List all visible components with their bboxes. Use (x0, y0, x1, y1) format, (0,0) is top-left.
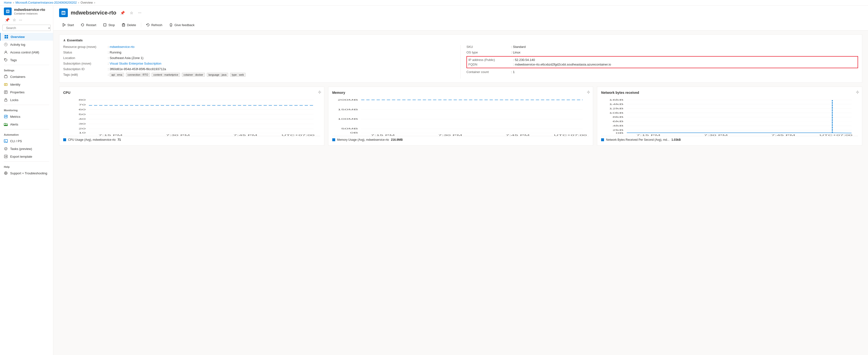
divider-monitoring (4, 105, 49, 105)
breadcrumb-current: Overview (81, 1, 93, 4)
svg-text:7:15 PM: 7:15 PM (371, 134, 395, 136)
stop-button[interactable]: Stop (100, 22, 118, 28)
title-more-btn[interactable]: ··· (137, 10, 142, 15)
svg-text:UTC+07:00: UTC+07:00 (282, 134, 315, 136)
title-pin-btn[interactable]: 📌 (119, 10, 126, 16)
os-label: OS type (466, 50, 510, 54)
svg-text:4kB: 4kB (613, 124, 624, 127)
tag-type: type : web (230, 73, 246, 77)
nav-access-control-label: Access control (IAM) (10, 50, 39, 54)
essentials-subscription-id-row: Subscription ID : 3f60d81e-954d-453f-85f… (63, 67, 455, 71)
svg-rect-5 (5, 35, 6, 37)
more-options-btn[interactable]: ··· (18, 17, 23, 23)
activity-log-icon (4, 42, 8, 46)
search-input[interactable] (6, 26, 47, 30)
svg-rect-6 (6, 35, 8, 37)
network-chart-svg: 16kB 14kB 12kB 10kB 8kB 6kB 4kB 2kB 0B (601, 98, 858, 136)
nav-cli-ps[interactable]: CLI / PS (0, 137, 53, 145)
container-count-label: Container count (466, 70, 510, 74)
svg-text:20: 20 (79, 127, 86, 130)
memory-chart-card: Memory ⊹ 200MB 150MB 100MB 50MB (328, 86, 593, 146)
svg-text:80: 80 (79, 98, 86, 101)
nav-identity-label: Identity (10, 83, 20, 86)
nav-metrics[interactable]: Metrics (0, 113, 53, 120)
essentials-tags-row: Tags (edit) : api : ema connection : RTO… (63, 73, 455, 77)
breadcrumb-sep2: › (78, 1, 79, 4)
location-value: Southeast Asia (Zone 1) (110, 56, 144, 60)
network-pin-button[interactable]: ⊹ (856, 90, 859, 94)
support-icon (4, 171, 8, 175)
svg-text:7:45 PM: 7:45 PM (506, 134, 530, 136)
essentials-status-row: Status : Running (63, 50, 455, 54)
ip-fqdn-inner: IP address (Public) : 52.230.54.140 FQDN… (468, 58, 856, 66)
breadcrumb-service[interactable]: Microsoft.ContainerInstances-20240606200… (16, 1, 77, 4)
svg-text:7:45 PM: 7:45 PM (234, 134, 257, 136)
refresh-button[interactable]: Refresh (143, 22, 165, 28)
page-resource-icon (59, 8, 68, 17)
nav-cli-label: CLI / PS (10, 139, 22, 143)
cpu-legend-text: CPU Usage (Avg), mdwebservice-rto (68, 138, 116, 141)
svg-text:7:30 PM: 7:30 PM (704, 134, 728, 136)
os-value: Linux (513, 50, 521, 54)
ip-label: IP address (Public) (468, 58, 512, 62)
overview-icon (4, 35, 8, 39)
tasks-icon (4, 147, 8, 151)
nav-locks[interactable]: Locks (0, 96, 53, 104)
cpu-pin-button[interactable]: ⊹ (318, 90, 321, 94)
essentials-fqdn-row: FQDN : mdwebservice-rto.e6cxbzd2fgd2cxbt… (468, 63, 856, 66)
nav-tags[interactable]: Tags (0, 56, 53, 64)
essentials-resource-group-row: Resource group (move) : mdwebservice-rto (63, 45, 455, 48)
nav-access-control[interactable]: Access control (IAM) (0, 48, 53, 56)
feedback-button[interactable]: Give feedback (166, 22, 197, 28)
delete-button[interactable]: Delete (119, 22, 139, 28)
tag-api: api : ema (110, 73, 124, 77)
nav-locks-label: Locks (10, 98, 19, 102)
start-button[interactable]: Start (59, 22, 77, 28)
page-title: mdwebservice-rto (71, 10, 116, 16)
search-collapse-btn[interactable]: « (48, 26, 50, 30)
help-section-label: Help (0, 163, 53, 169)
nav-activity-log[interactable]: Activity log (0, 41, 53, 48)
title-fav-btn[interactable]: ☆ (129, 10, 134, 16)
restart-button[interactable]: Restart (78, 22, 99, 28)
svg-rect-36 (62, 12, 65, 13)
nav-activity-log-label: Activity log (10, 43, 25, 46)
essentials-header[interactable]: ∧ Essentials (63, 38, 858, 42)
nav-export-template[interactable]: Export template (0, 152, 53, 160)
fqdn-label: FQDN (468, 63, 512, 66)
pin-icon-btn[interactable]: 📌 (4, 17, 11, 23)
memory-pin-button[interactable]: ⊹ (587, 90, 590, 94)
network-legend-value: 1.03kB (671, 138, 681, 141)
svg-text:12kB: 12kB (609, 107, 624, 110)
nav-alerts[interactable]: Alerts (0, 120, 53, 128)
start-icon (62, 23, 66, 27)
alerts-icon (4, 122, 8, 126)
svg-rect-7 (5, 37, 6, 38)
container-instance-icon (4, 7, 11, 15)
nav-support[interactable]: Support + Troubleshooting (0, 169, 53, 177)
svg-text:150MB: 150MB (338, 108, 358, 111)
nav-containers[interactable]: Containers (0, 73, 53, 80)
nav-tasks[interactable]: Tasks (preview) (0, 145, 53, 152)
essentials-right-col: SKU : Standard OS type : Linux IP addres… (461, 45, 858, 79)
svg-text:UTC+07:00: UTC+07:00 (554, 134, 587, 136)
svg-point-13 (5, 59, 5, 60)
memory-chart-legend: Memory Usage (Avg), mdwebservice-rto 216… (332, 138, 589, 141)
tag-cotainer: cotainer : docker (182, 73, 205, 77)
cpu-chart-title: CPU (63, 91, 320, 95)
page-title-row: mdwebservice-rto 📌 ☆ ··· (59, 8, 862, 17)
svg-rect-8 (6, 37, 8, 38)
page-title-info: mdwebservice-rto (71, 10, 116, 16)
nav-overview[interactable]: Overview (0, 33, 53, 41)
svg-rect-1 (6, 11, 9, 11)
nav-identity[interactable]: Identity (0, 80, 53, 88)
svg-text:50MB: 50MB (341, 127, 358, 130)
essentials-container-count-row: Container count : 1 (466, 70, 858, 74)
settings-section-label: Settings (0, 66, 53, 73)
breadcrumb-home[interactable]: Home (4, 1, 11, 4)
svg-text:2kB: 2kB (613, 129, 624, 131)
nav-properties[interactable]: Properties (0, 88, 53, 96)
cpu-chart-card: CPU ⊹ 80 70 (59, 86, 324, 146)
favorite-icon-btn[interactable]: ☆ (11, 17, 17, 23)
svg-text:16kB: 16kB (609, 98, 624, 101)
